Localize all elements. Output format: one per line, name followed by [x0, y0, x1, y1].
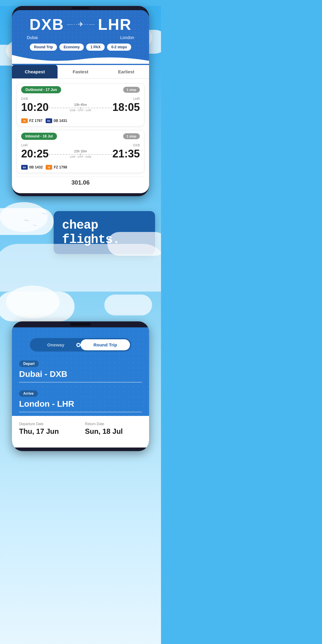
- price-preview: 301.06: [17, 177, 144, 188]
- outbound-flight-row: DXB LHR 10:20 10h 45m: [17, 96, 144, 117]
- tab-fastest[interactable]: Fastest: [58, 65, 103, 78]
- bird-3: 〜: [42, 211, 47, 217]
- to-airport-code: LHR: [98, 16, 131, 33]
- promo-area: 〜 〜 〜 cheap flights.: [0, 196, 161, 292]
- return-date-value[interactable]: Sun, 18 Jul: [85, 427, 142, 436]
- departure-date-value[interactable]: Thu, 17 Jun: [19, 427, 76, 436]
- outbound-to: LHR: [133, 97, 140, 100]
- outbound-airports: DXB LHR: [21, 97, 140, 100]
- outbound-times: 10:20 10h 45m DXB - OTP - LHR 18:: [21, 101, 140, 114]
- to-city: London: [120, 35, 134, 40]
- inbound-airports: LHR DXB: [21, 143, 140, 147]
- inbound-airlines: BA 0B 1432 fd FZ 1798: [17, 163, 144, 173]
- inbound-arrive-time: 21:35: [112, 148, 140, 160]
- outbound-flight-2: 0B 1431: [54, 119, 67, 123]
- inbound-airline-2: fd FZ 1798: [46, 165, 67, 170]
- from-city: Dubai: [27, 35, 38, 40]
- tab-bar: Cheapest Fastest Earliest: [12, 65, 149, 79]
- phone1-inner: DXB ✈ LHR Dubai London: [12, 10, 149, 193]
- inbound-airline-1: BA 0B 1432: [21, 165, 43, 170]
- flights-content: Outbound - 17 Jun 1 stop DXB LHR 10:20 1…: [12, 79, 149, 193]
- outbound-from: DXB: [21, 97, 28, 100]
- toggle-dot: [76, 343, 80, 347]
- flydubai-logo: fd: [21, 118, 28, 123]
- inbound-times: 20:25 22h 10m LHR - OTP - DXB 21:: [21, 148, 140, 160]
- inbound-duration: 22h 10m: [49, 149, 112, 153]
- inbound-label: Inbound - 18 Jul: [21, 133, 57, 140]
- outbound-header: Outbound - 17 Jun 1 stop: [17, 84, 144, 96]
- phone2-bottom-edge: [12, 448, 149, 451]
- price-value: 301.06: [71, 179, 89, 186]
- outbound-duration: 10h 45m: [49, 103, 112, 106]
- departure-date-col: Departure Date Thu, 17 Jun: [19, 422, 76, 436]
- blueair-logo: BA: [46, 118, 52, 123]
- outbound-stops: 1 stop: [123, 87, 140, 93]
- inbound-stops: 1 stop: [123, 133, 140, 139]
- arrive-label: Arrive: [19, 390, 38, 397]
- outbound-route-via: DXB - OTP - LHR: [49, 109, 112, 112]
- phone-frame-2: Oneway Round Trip Depart Dubai - DXB Arr…: [12, 321, 149, 451]
- depart-section: Depart Dubai - DXB: [12, 356, 149, 386]
- outbound-depart-time: 10:20: [21, 101, 49, 114]
- from-airport-code: DXB: [30, 16, 64, 33]
- tab-cheapest[interactable]: Cheapest: [12, 65, 58, 78]
- return-date-label: Return Date: [85, 422, 142, 426]
- inbound-flight-1: 0B 1432: [29, 165, 43, 169]
- departure-date-label: Departure Date: [19, 422, 76, 426]
- bottom-spacer: [0, 451, 161, 469]
- inbound-duration-block: 22h 10m LHR - OTP - DXB: [49, 149, 112, 158]
- return-date-col: Return Date Sun, 18 Jul: [85, 422, 142, 436]
- phone2-inner: Oneway Round Trip Depart Dubai - DXB Arr…: [12, 327, 149, 448]
- outbound-flight-1: FZ 1797: [29, 119, 43, 123]
- plane-icon: ✈: [78, 21, 83, 28]
- sky-background: DXB ✈ LHR Dubai London: [0, 6, 161, 644]
- phone1-header: DXB ✈ LHR Dubai London: [12, 10, 149, 55]
- trip-type-pill[interactable]: Round Trip: [30, 44, 57, 51]
- phone-frame-1: DXB ✈ LHR Dubai London: [12, 6, 149, 196]
- inbound-to: DXB: [133, 143, 140, 147]
- toggle-roundtrip[interactable]: Round Trip: [80, 339, 130, 350]
- phone2-bottom-padding: [12, 442, 149, 448]
- depart-city[interactable]: Dubai - DXB: [19, 369, 142, 383]
- outbound-duration-block: 10h 45m DXB - OTP - LHR: [49, 103, 112, 112]
- plane-line: ✈: [67, 21, 95, 28]
- filter-pills: Round Trip Economy 1 PAX 0-2 stops: [18, 44, 143, 55]
- cloud-sep-3: [104, 295, 152, 315]
- outbound-card: Outbound - 17 Jun 1 stop DXB LHR 10:20 1…: [17, 83, 144, 126]
- inbound-depart-time: 20:25: [21, 148, 49, 160]
- outbound-airlines: fd FZ 1797 BA 0B 1431: [17, 117, 144, 126]
- inbound-flight-row: LHR DXB 20:25 22h 10m: [17, 142, 144, 163]
- toggle-container: Oneway Round Trip: [12, 327, 149, 352]
- arrive-section: Arrive London - LHR: [12, 386, 149, 416]
- inbound-route-via: LHR - OTP - DXB: [49, 155, 112, 158]
- inbound-card: Inbound - 18 Jul 1 stop LHR DXB 20:25 22…: [17, 130, 144, 173]
- inbound-from: LHR: [21, 143, 28, 147]
- dates-section: Departure Date Thu, 17 Jun Return Date S…: [12, 416, 149, 442]
- toggle-oneway[interactable]: Oneway: [31, 339, 80, 350]
- outbound-airline-1: fd FZ 1797: [21, 118, 43, 123]
- cloud-bottom-large: [0, 244, 161, 292]
- bird-1: 〜: [24, 217, 29, 224]
- city-names-row: Dubai London: [18, 35, 143, 40]
- wave-svg: [12, 55, 149, 64]
- route-row: DXB ✈ LHR: [18, 16, 143, 33]
- flydubai-logo-2: fd: [46, 165, 52, 170]
- trip-type-toggle: Oneway Round Trip: [30, 338, 131, 352]
- phone2-content: Oneway Round Trip Depart Dubai - DXB Arr…: [12, 327, 149, 448]
- pax-pill[interactable]: 1 PAX: [86, 44, 105, 51]
- cloud-sep-2: [6, 286, 60, 318]
- inbound-header: Inbound - 18 Jul 1 stop: [17, 130, 144, 142]
- depart-label: Depart: [19, 360, 39, 367]
- cabin-pill[interactable]: Economy: [59, 44, 84, 51]
- cloud-separator: [0, 292, 161, 315]
- arrive-city[interactable]: London - LHR: [19, 399, 142, 412]
- bird-2: 〜: [33, 223, 37, 228]
- tab-earliest[interactable]: Earliest: [103, 65, 149, 78]
- inbound-flight-2: FZ 1798: [54, 165, 67, 169]
- blueair-logo-2: BA: [21, 165, 28, 170]
- outbound-arrive-time: 18:05: [112, 101, 140, 114]
- outbound-label: Outbound - 17 Jun: [21, 86, 61, 93]
- outbound-airline-2: BA 0B 1431: [46, 118, 67, 123]
- stops-pill[interactable]: 0-2 stops: [107, 44, 131, 51]
